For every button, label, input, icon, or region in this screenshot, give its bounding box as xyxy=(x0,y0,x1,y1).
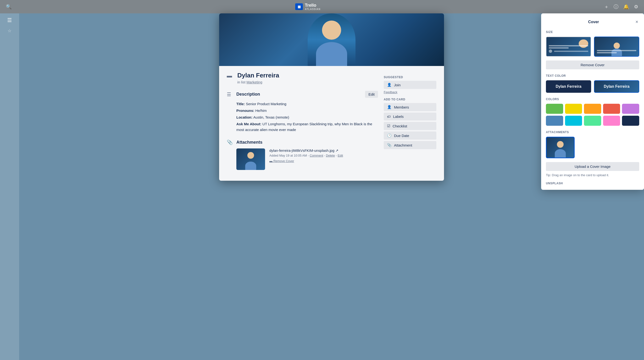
unsplash-label: UNSPLASH xyxy=(546,182,639,185)
preview-dot-line xyxy=(554,51,588,52)
remove-cover-link[interactable]: ▬ Remove Cover xyxy=(269,159,294,163)
delete-link[interactable]: Delete xyxy=(326,154,335,157)
feedback-link[interactable]: Feedback xyxy=(384,90,436,94)
attachment-thumbnail xyxy=(236,148,265,170)
add-icon[interactable]: ＋ xyxy=(604,3,609,10)
nav-right: ＋ ⓘ 🔔 ⚙ xyxy=(604,3,638,10)
search-icon[interactable]: 🔍 xyxy=(6,4,12,9)
color-red[interactable] xyxy=(603,104,620,114)
add-to-card-label: ADD TO CARD xyxy=(384,98,436,101)
color-blue[interactable] xyxy=(546,116,563,126)
card-list-link[interactable]: Marketing xyxy=(246,80,262,84)
attachments-panel-label: ATTACHMENTS xyxy=(546,130,639,134)
thumb-body xyxy=(245,162,256,170)
cover-panel: Cover × SIZE xyxy=(541,13,644,190)
checklist-button[interactable]: ☑ Checklist xyxy=(384,122,436,130)
card-title-icon: ▬ xyxy=(227,73,234,79)
attachment-button[interactable]: 📎 Attachment xyxy=(384,141,436,149)
text-color-options: Dylan Ferreira Dylan Ferreira xyxy=(546,80,639,93)
preview-lines-lg xyxy=(597,50,636,54)
card-title: Dylan Ferreira xyxy=(237,72,279,79)
sidebar-star-icon[interactable]: ☆ xyxy=(8,28,12,33)
trello-logo: ▦ Trello ATLASSIAN xyxy=(295,3,320,10)
card-title-text: Dylan Ferreira in list Marketing xyxy=(237,72,279,84)
join-icon: 👤 xyxy=(387,83,392,87)
remove-cover-button[interactable]: Remove Cover xyxy=(546,60,639,69)
color-dark[interactable] xyxy=(622,116,639,126)
card-main: ▬ Dylan Ferreira in list Marketing ☰ Des… xyxy=(227,72,384,170)
labels-icon: 🏷 xyxy=(387,114,391,119)
color-mint[interactable] xyxy=(584,116,601,126)
attachment-item: dylan-ferreira-jIM8kVsFKIM-unsplash.jpg … xyxy=(236,148,378,170)
desc-pronouns: Pronouns: He/him xyxy=(236,108,378,113)
text-color-dark[interactable]: Dylan Ferreira xyxy=(546,80,591,93)
attachments-header: 📎 Attachments xyxy=(227,139,378,145)
card-title-row: ▬ Dylan Ferreira in list Marketing xyxy=(227,72,378,84)
person-body xyxy=(316,42,347,66)
comment-link[interactable]: Comment xyxy=(310,154,323,157)
panel-thumb-head xyxy=(557,141,564,148)
color-purple[interactable] xyxy=(622,104,639,114)
card-cover xyxy=(219,13,444,66)
color-green[interactable] xyxy=(546,104,563,114)
size-option-large[interactable] xyxy=(594,36,639,57)
members-button[interactable]: 👤 Members xyxy=(384,103,436,111)
trello-logo-icon: ▦ xyxy=(295,3,303,10)
colors-label: COLORS xyxy=(546,97,639,101)
nav-left: 🔍 xyxy=(6,4,12,9)
cover-panel-close[interactable]: × xyxy=(634,18,639,25)
suggested-label: SUGGESTED xyxy=(384,75,436,79)
color-orange[interactable] xyxy=(584,104,601,114)
preview-dot xyxy=(549,49,552,53)
cover-person xyxy=(308,13,356,66)
card-sidebar: SUGGESTED 👤 Join Feedback ADD TO CARD 👤 … xyxy=(384,72,436,170)
edit-button[interactable]: Edit xyxy=(365,91,378,98)
color-pink[interactable] xyxy=(603,116,620,126)
colors-grid xyxy=(546,104,639,126)
due-date-button[interactable]: 🕐 Due Date xyxy=(384,131,436,140)
upload-cover-button[interactable]: Upload a Cover Image xyxy=(546,162,639,171)
size-option-small[interactable] xyxy=(546,36,591,57)
size-label: SIZE xyxy=(546,30,639,34)
settings-icon[interactable]: ⚙ xyxy=(634,4,638,9)
join-button[interactable]: 👤 Join xyxy=(384,81,436,89)
thumb-head xyxy=(247,152,254,159)
text-color-label: TEXT COLOR xyxy=(546,74,639,77)
description-content: Title: Senior Product Marketing Pronouns… xyxy=(236,101,378,133)
members-icon: 👤 xyxy=(387,105,392,109)
color-cyan[interactable] xyxy=(565,116,582,126)
panel-attachment-thumb[interactable] xyxy=(546,137,574,158)
panel-thumb-body xyxy=(555,149,566,158)
size-preview-large xyxy=(594,37,639,56)
description-section: ☰ Description Edit Title: Senior Product… xyxy=(227,91,378,133)
desc-location: Location: Austin, Texas (remote) xyxy=(236,114,378,120)
checklist-icon: ☑ xyxy=(387,124,390,128)
attachment-icon: 📎 xyxy=(227,139,234,145)
person-head xyxy=(322,20,341,40)
card-container: ▬ Dylan Ferreira in list Marketing ☰ Des… xyxy=(219,13,444,181)
attachment-meta: Added May 19 at 10:05 AM - Comment - Del… xyxy=(269,154,343,157)
text-color-light[interactable]: Dylan Ferreira xyxy=(594,80,639,93)
preview-line-lg-1 xyxy=(597,50,636,51)
nav-center: ▦ Trello ATLASSIAN xyxy=(295,3,320,10)
attachment-filename[interactable]: dylan-ferreira-jIM8kVsFKIM-unsplash.jpg … xyxy=(269,148,343,153)
info-icon[interactable]: ⓘ xyxy=(614,3,618,10)
preview-lines-sm xyxy=(549,45,588,53)
edit-link[interactable]: Edit xyxy=(338,154,343,157)
attachments-title: Attachments xyxy=(236,140,378,145)
attachment-info: dylan-ferreira-jIM8kVsFKIM-unsplash.jpg … xyxy=(269,148,343,163)
labels-button[interactable]: 🏷 Labels xyxy=(384,113,436,120)
preview-line-2 xyxy=(549,47,569,48)
panel-attachments xyxy=(546,137,639,158)
bell-icon[interactable]: 🔔 xyxy=(623,4,629,9)
top-nav: 🔍 ▦ Trello ATLASSIAN ＋ ⓘ 🔔 ⚙ xyxy=(0,0,644,13)
size-options xyxy=(546,36,639,57)
left-sidebar: ☰ ☆ xyxy=(0,13,19,360)
cover-panel-header: Cover × xyxy=(546,18,639,25)
color-yellow[interactable] xyxy=(565,104,582,114)
preview-line-lg-2 xyxy=(597,52,617,53)
sidebar-menu-icon[interactable]: ☰ xyxy=(7,17,12,23)
attachment-sidebar-icon: 📎 xyxy=(387,143,392,147)
description-title: Description xyxy=(236,92,362,97)
description-icon: ☰ xyxy=(227,91,234,97)
